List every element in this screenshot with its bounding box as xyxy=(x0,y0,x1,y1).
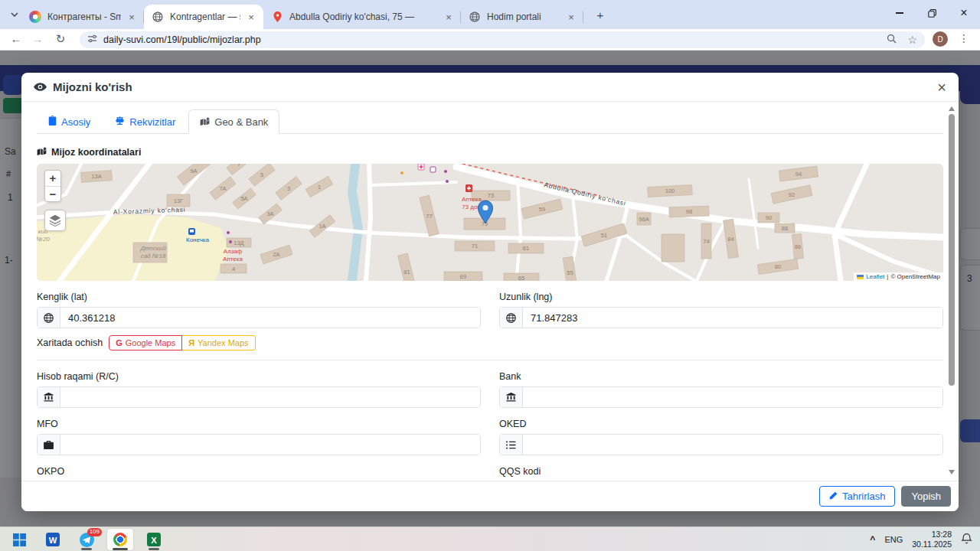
svg-text:9A: 9A xyxy=(190,168,197,174)
tray-expand-icon[interactable]: ^ xyxy=(870,534,875,545)
date-text: 30.11.2025 xyxy=(912,540,952,549)
tab-title: Контрагенты - Smartup xyxy=(47,11,121,22)
lat-input[interactable] xyxy=(60,308,480,328)
edit-button[interactable]: Tahrirlash xyxy=(819,486,895,507)
tab-close-icon[interactable]: × xyxy=(443,11,455,23)
svg-text:13A: 13A xyxy=(91,173,101,180)
svg-text:80: 80 xyxy=(775,263,781,270)
tab-close-icon[interactable]: × xyxy=(126,11,138,23)
browser-tab-2[interactable]: Abdulla Qodiriy ko'chasi, 75 —× xyxy=(263,5,461,29)
oked-field-group: OKED xyxy=(499,419,943,455)
rc-field-group: Hisob raqami (R/C) xyxy=(37,371,481,408)
tab-title: Abdulla Qodiriy ko'chasi, 75 — xyxy=(289,11,438,22)
start-button[interactable] xyxy=(6,529,32,550)
bookmark-star-icon[interactable]: ☆ xyxy=(907,34,917,46)
scales-icon xyxy=(115,116,125,128)
svg-text:55: 55 xyxy=(567,269,573,276)
mfo-input[interactable] xyxy=(60,435,480,455)
tab-close-icon[interactable]: × xyxy=(245,11,257,23)
oked-input[interactable] xyxy=(523,435,942,455)
svg-text:61: 61 xyxy=(523,245,529,252)
yandex-maps-button[interactable]: Я Yandex Maps xyxy=(182,335,255,350)
tab-rekvizitlar[interactable]: Rekvizitlar xyxy=(103,109,187,134)
browser-tab-0[interactable]: Контрагенты - Smartup× xyxy=(21,5,144,29)
svg-text:100: 100 xyxy=(665,187,675,194)
chrome-icon[interactable] xyxy=(107,529,133,550)
word-icon[interactable]: W xyxy=(40,529,66,550)
bank-icon xyxy=(500,387,523,407)
svg-text:5: 5 xyxy=(260,171,263,178)
back-icon[interactable]: ← xyxy=(8,32,24,45)
open-in-map-row: Xaritada ochish G Google Maps Я Yandex M… xyxy=(37,335,943,350)
globe-icon xyxy=(152,11,164,23)
reload-icon[interactable]: ↻ xyxy=(52,32,69,46)
modal-title: Mijozni ko'rish xyxy=(34,80,132,93)
site-info-icon[interactable] xyxy=(87,33,97,47)
url-omnibox[interactable]: daily-suvi.com/19l/public/mijozlar.php ☆ xyxy=(80,31,925,48)
leaflet-map[interactable]: 13A9A77A55A313A1A13Г13Д2A477737559716169… xyxy=(37,164,943,281)
map-location-icon xyxy=(37,147,47,158)
lat-label: Kenglik (lat) xyxy=(37,292,481,302)
tab-title: Kontragentlar — stacked moda xyxy=(170,11,240,22)
svg-text:Конечка: Конечка xyxy=(186,236,210,243)
excel-icon[interactable]: X xyxy=(141,529,167,550)
time-text: 13:28 xyxy=(932,530,952,539)
window-restore-button[interactable] xyxy=(916,0,948,26)
window-close-button[interactable]: × xyxy=(948,0,980,26)
modal-close-icon[interactable]: × xyxy=(937,80,946,95)
clock[interactable]: 13:28 30.11.2025 xyxy=(912,530,952,549)
eye-icon xyxy=(34,80,47,93)
bank-input[interactable] xyxy=(523,387,942,407)
google-g-icon: G xyxy=(116,338,122,347)
browser-tab-3[interactable]: Hodim portali× xyxy=(461,5,583,29)
map-location-icon xyxy=(200,116,210,128)
tab-title: Hodim portali xyxy=(487,11,560,22)
zoom-out-button[interactable]: − xyxy=(45,186,60,201)
clipboard-icon xyxy=(48,116,57,128)
svg-text:7: 7 xyxy=(237,164,240,168)
url-text[interactable]: daily-suvi.com/19l/public/mijozlar.php xyxy=(103,34,887,45)
tab-close-icon[interactable]: × xyxy=(565,11,577,23)
window-minimize-button[interactable] xyxy=(884,0,916,26)
okpo-field-group: OKPO xyxy=(37,466,481,481)
modal-scrollbar[interactable] xyxy=(947,106,956,474)
new-tab-button[interactable]: + xyxy=(593,8,608,21)
lng-input[interactable] xyxy=(523,308,942,328)
close-button[interactable]: Yopish xyxy=(901,486,951,507)
qqs-field-group: QQS kodi xyxy=(499,466,943,481)
browser-menu-icon[interactable]: ⋮ xyxy=(959,32,969,44)
telegram-icon[interactable]: 109 xyxy=(74,529,100,550)
ukraine-flag-icon xyxy=(857,275,864,279)
browser-tab-1[interactable]: Kontragentlar — stacked moda× xyxy=(144,5,263,29)
oked-label: OKED xyxy=(499,419,943,429)
list-ol-icon xyxy=(500,435,523,455)
tab-asosiy[interactable]: Asosiy xyxy=(37,109,102,134)
excel-letter: X xyxy=(151,536,157,545)
svg-text:73: 73 xyxy=(488,192,494,199)
zoom-magnifier-icon[interactable] xyxy=(887,33,897,47)
tab-search-chevron-icon[interactable] xyxy=(8,8,21,21)
map-zoom-control[interactable]: + − xyxy=(44,170,61,202)
map-layers-control[interactable] xyxy=(44,210,66,231)
osm-link[interactable]: © OpenStreetMap xyxy=(890,273,940,280)
svg-text:71: 71 xyxy=(472,243,478,249)
scrollbar-thumb[interactable] xyxy=(949,114,955,386)
language-indicator[interactable]: ENG xyxy=(884,535,903,544)
google-maps-button[interactable]: G Google Maps xyxy=(109,335,182,350)
globe-icon xyxy=(38,308,60,328)
open-in-map-label: Xaritada ochish xyxy=(37,337,103,348)
leaflet-link[interactable]: Leaflet xyxy=(866,273,884,280)
profile-avatar[interactable]: D xyxy=(933,31,948,47)
forward-icon[interactable]: → xyxy=(29,32,46,45)
scroll-up-arrow[interactable] xyxy=(949,106,955,111)
scroll-down-arrow[interactable] xyxy=(949,470,955,474)
tab-geo-bank[interactable]: Geo & Bank xyxy=(188,109,279,134)
svg-text:1A: 1A xyxy=(318,223,325,230)
bank-icon xyxy=(38,387,60,407)
svg-text:86: 86 xyxy=(795,243,801,250)
svg-text:59: 59 xyxy=(539,206,545,213)
zoom-in-button[interactable]: + xyxy=(45,171,60,186)
rc-input[interactable] xyxy=(60,387,480,407)
notification-bell-icon[interactable] xyxy=(961,533,972,547)
smartup-logo-icon xyxy=(29,11,41,23)
